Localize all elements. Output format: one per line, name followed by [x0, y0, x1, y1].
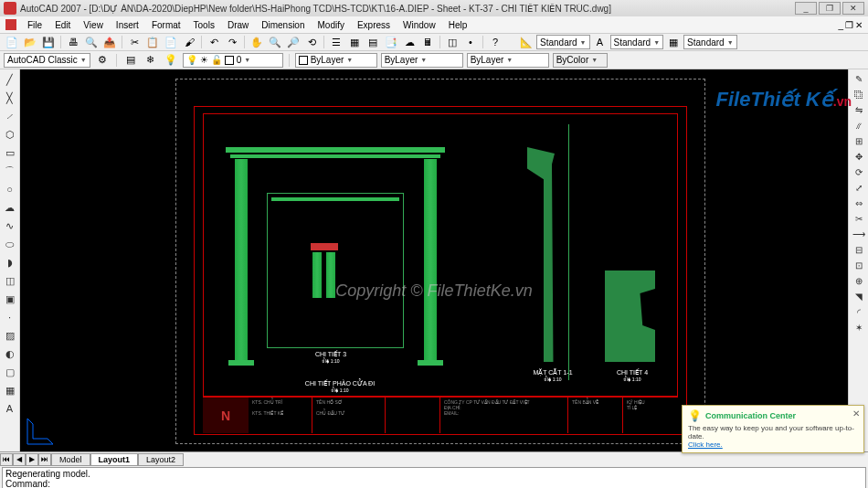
scale-icon[interactable]: ⤢: [851, 180, 867, 195]
dim-style-icon[interactable]: 📐: [518, 34, 535, 50]
new-icon[interactable]: 📄: [4, 34, 20, 50]
rotate-icon[interactable]: ⟳: [851, 164, 867, 179]
redo-icon[interactable]: ↷: [224, 34, 240, 50]
color-dropdown[interactable]: ByLayer▼: [295, 53, 377, 68]
maximize-button[interactable]: ❐: [819, 2, 841, 15]
line-icon[interactable]: ╱: [2, 71, 18, 88]
tab-last-icon[interactable]: ⏭: [38, 453, 51, 466]
open-icon[interactable]: 📂: [22, 34, 38, 50]
stretch-icon[interactable]: ⇔: [851, 196, 867, 210]
tab-first-icon[interactable]: ⏮: [0, 453, 13, 466]
menu-insert[interactable]: Insert: [111, 19, 144, 31]
pan-icon[interactable]: ✋: [249, 34, 265, 50]
paste-icon[interactable]: 📄: [163, 34, 179, 50]
menu-window[interactable]: Window: [397, 19, 441, 31]
workspace-settings-icon[interactable]: ⚙: [94, 52, 111, 69]
polygon-icon[interactable]: ⬡: [2, 126, 18, 143]
layer-dropdown[interactable]: 💡 ☀ 🔓 0 ▼: [183, 53, 283, 68]
fillet-icon[interactable]: ◜: [851, 304, 867, 319]
doc-close-button[interactable]: ✕: [855, 20, 863, 30]
join-icon[interactable]: ⊕: [851, 273, 867, 288]
zoom-icon[interactable]: 🔍: [267, 34, 283, 50]
help-icon[interactable]: ?: [487, 34, 503, 50]
array-icon[interactable]: ⊞: [851, 133, 867, 148]
insert-block-icon[interactable]: ◫: [2, 272, 18, 289]
publish-icon[interactable]: 📤: [101, 34, 118, 50]
chamfer-icon[interactable]: ◥: [851, 289, 867, 303]
menu-help[interactable]: Help: [443, 19, 473, 31]
table-style-icon[interactable]: ▦: [665, 34, 682, 50]
menu-view[interactable]: View: [78, 19, 109, 31]
menu-file[interactable]: File: [22, 19, 48, 31]
trim-icon[interactable]: ✂: [851, 211, 867, 226]
sheetset-icon[interactable]: 📑: [383, 34, 399, 50]
arc-icon[interactable]: ⌒: [2, 163, 18, 179]
menu-draw[interactable]: Draw: [222, 19, 254, 31]
extend-icon[interactable]: ⟶: [851, 227, 867, 241]
tab-model[interactable]: Model: [51, 453, 90, 466]
mirror-icon[interactable]: ⇋: [851, 102, 867, 117]
hatch-icon[interactable]: ▨: [2, 327, 18, 344]
text-style-icon[interactable]: A: [592, 34, 609, 50]
block-icon[interactable]: ◫: [444, 34, 460, 50]
copy-obj-icon[interactable]: ⿻: [851, 87, 867, 101]
match-icon[interactable]: 🖌: [181, 34, 197, 50]
zoom-prev-icon[interactable]: ⟲: [303, 34, 320, 50]
markup-icon[interactable]: ☁: [401, 34, 418, 50]
linetype-dropdown[interactable]: ByLayer▼: [381, 53, 463, 68]
circle-icon[interactable]: ○: [2, 181, 18, 197]
xline-icon[interactable]: ╳: [2, 90, 18, 106]
revcloud-icon[interactable]: ☁: [2, 199, 18, 216]
break-icon[interactable]: ⊡: [851, 258, 867, 272]
tab-layout1[interactable]: Layout1: [90, 453, 139, 466]
explode-icon[interactable]: ✶: [851, 320, 867, 334]
doc-maximize-button[interactable]: ❐: [845, 20, 853, 30]
tool-palette-icon[interactable]: ▤: [365, 34, 381, 50]
mtext-icon[interactable]: A: [2, 400, 18, 417]
dim-style-dropdown[interactable]: Standard▼: [536, 35, 590, 49]
menu-edit[interactable]: Edit: [49, 19, 76, 31]
table-style-dropdown[interactable]: Standard▼: [683, 35, 737, 49]
save-icon[interactable]: 💾: [40, 34, 57, 50]
comm-link[interactable]: Click here.: [688, 440, 858, 449]
menu-modify[interactable]: Modify: [312, 19, 350, 31]
menu-format[interactable]: Format: [146, 19, 186, 31]
menu-express[interactable]: Express: [352, 19, 396, 31]
region-icon[interactable]: ▢: [2, 364, 18, 380]
rectangle-icon[interactable]: ▭: [2, 144, 18, 161]
layer-freeze-icon[interactable]: ❄: [143, 52, 159, 69]
menu-tools[interactable]: Tools: [188, 19, 220, 31]
zoom-window-icon[interactable]: 🔎: [285, 34, 302, 50]
erase-icon[interactable]: ✎: [851, 71, 867, 86]
polyline-icon[interactable]: ⟋: [2, 108, 18, 124]
break-point-icon[interactable]: ⊟: [851, 242, 867, 257]
workspace-dropdown[interactable]: AutoCAD Classic▼: [4, 53, 90, 68]
move-icon[interactable]: ✥: [851, 149, 867, 164]
point-icon[interactable]: ·: [2, 309, 18, 325]
layer-props-icon[interactable]: ▤: [122, 52, 139, 69]
menu-dimension[interactable]: Dimension: [256, 19, 310, 31]
text-style-dropdown[interactable]: Standard▼: [610, 35, 664, 49]
drawing-canvas[interactable]: CHI TIẾT 3tỉ lệ 1:10 CHI TIẾT PHÀO CỬA Đ…: [20, 69, 848, 451]
command-line[interactable]: Regenerating model. Command:: [2, 467, 866, 488]
ellipse-arc-icon[interactable]: ◗: [2, 254, 18, 271]
plotstyle-dropdown[interactable]: ByColor▼: [553, 53, 608, 68]
lineweight-dropdown[interactable]: ByLayer▼: [467, 53, 549, 68]
comm-close-button[interactable]: ✕: [852, 408, 860, 419]
ellipse-icon[interactable]: ⬭: [2, 236, 18, 252]
quickcalc-icon[interactable]: 🖩: [419, 34, 436, 50]
undo-icon[interactable]: ↶: [206, 34, 222, 50]
copy-icon[interactable]: 📋: [144, 34, 161, 50]
minimize-button[interactable]: _: [795, 2, 817, 15]
table-icon[interactable]: ▦: [2, 382, 18, 398]
point-icon[interactable]: •: [462, 34, 479, 50]
tab-prev-icon[interactable]: ◀: [13, 453, 26, 466]
print-icon[interactable]: 🖶: [65, 34, 81, 50]
gradient-icon[interactable]: ◐: [2, 345, 18, 362]
doc-minimize-button[interactable]: _: [838, 20, 843, 30]
close-button[interactable]: ✕: [842, 2, 864, 15]
cut-icon[interactable]: ✂: [126, 34, 143, 50]
properties-icon[interactable]: ☰: [328, 34, 344, 50]
layer-off-icon[interactable]: 💡: [163, 52, 179, 69]
tab-layout2[interactable]: Layout2: [138, 453, 184, 466]
